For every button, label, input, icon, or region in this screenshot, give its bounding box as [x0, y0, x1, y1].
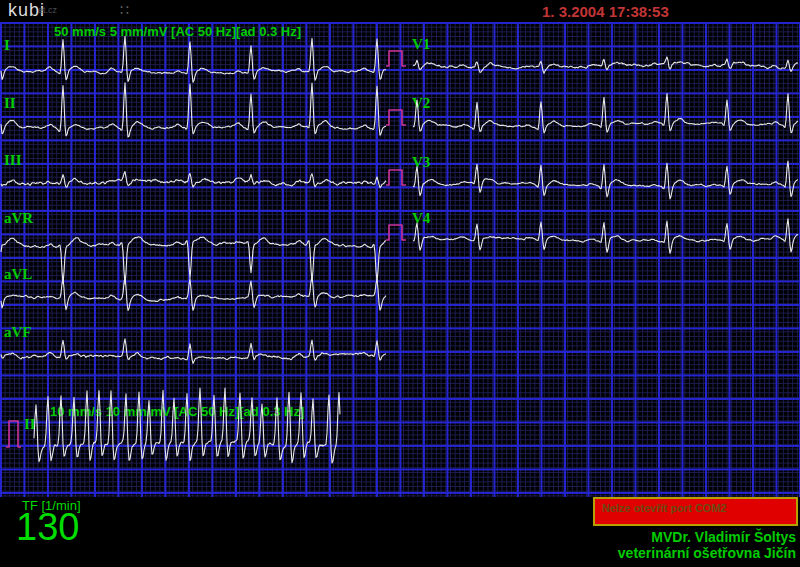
watermark-text: et.cz [38, 5, 57, 15]
ecg-grid [0, 22, 800, 497]
lead-label-iii: III [4, 153, 22, 168]
clinic-name: veterinární ošetřovna Jičín [618, 545, 796, 561]
heart-rate-value: 130 [16, 506, 79, 549]
lead-label-ii-rhythm: II [24, 417, 36, 432]
lead-label-v2: V2 [412, 96, 430, 111]
lead-label-i: I [4, 38, 10, 53]
lead-label-v3: V3 [412, 155, 430, 170]
main-settings-text: 50 mm/s 5 mm/mV [AC 50 Hz][ad 0.3 Hz] [54, 24, 301, 39]
datetime-display: 1. 3.2004 17:38:53 [542, 3, 669, 20]
com-port-error-dialog[interactable]: Nelze otevřít port COM2 [593, 497, 798, 526]
lead-label-v1: V1 [412, 37, 430, 52]
ecg-app-window: kubi et.cz ∷ 1. 3.2004 17:38:53 50 mm/s … [0, 0, 800, 567]
lead-label-avf: aVF [4, 325, 32, 340]
menu-dots-icon[interactable]: ∷ [120, 2, 130, 18]
rhythm-settings-text: 10 mm/s 10 mm/mV [AC 50 Hz][ad 0.3 Hz] [50, 404, 304, 419]
lead-label-v4: V4 [412, 211, 430, 226]
lead-label-ii: II [4, 96, 16, 111]
doctor-name: MVDr. Vladimír Šoltys [618, 529, 796, 545]
lead-label-avl: aVL [4, 267, 32, 282]
lead-label-avr: aVR [4, 211, 33, 226]
clinic-info: MVDr. Vladimír Šoltys veterinární ošetřo… [618, 529, 796, 561]
title-bar: kubi et.cz ∷ 1. 3.2004 17:38:53 [0, 0, 800, 22]
error-message: Nelze otevřít port COM2 [602, 502, 727, 514]
